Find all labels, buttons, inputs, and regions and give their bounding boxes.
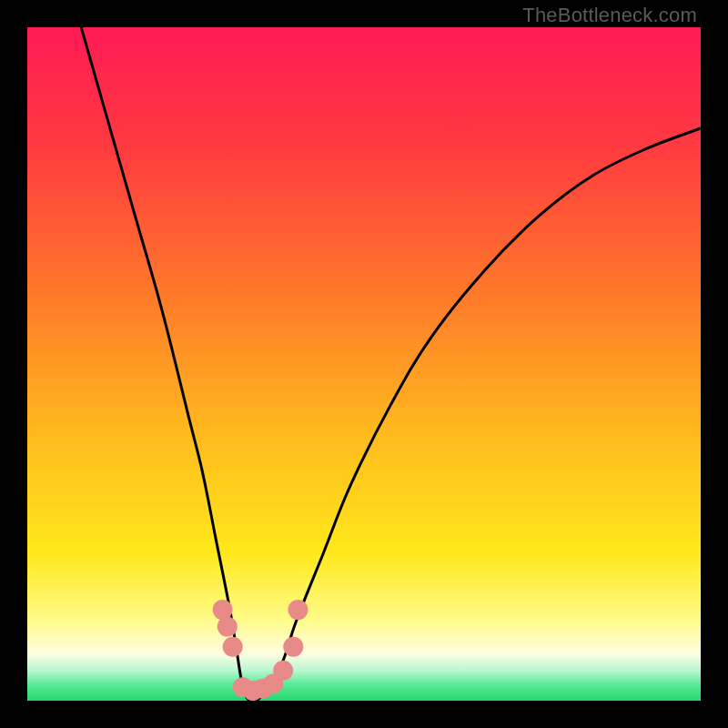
data-point [273, 661, 293, 681]
plot-area [27, 27, 701, 701]
data-point [288, 600, 308, 620]
data-point [223, 637, 243, 657]
bottleneck-chart [27, 27, 701, 701]
data-point [213, 600, 233, 620]
gradient-background [27, 27, 701, 701]
data-point [217, 617, 238, 637]
data-point [283, 637, 303, 657]
watermark-text: TheBottleneck.com [522, 4, 697, 27]
